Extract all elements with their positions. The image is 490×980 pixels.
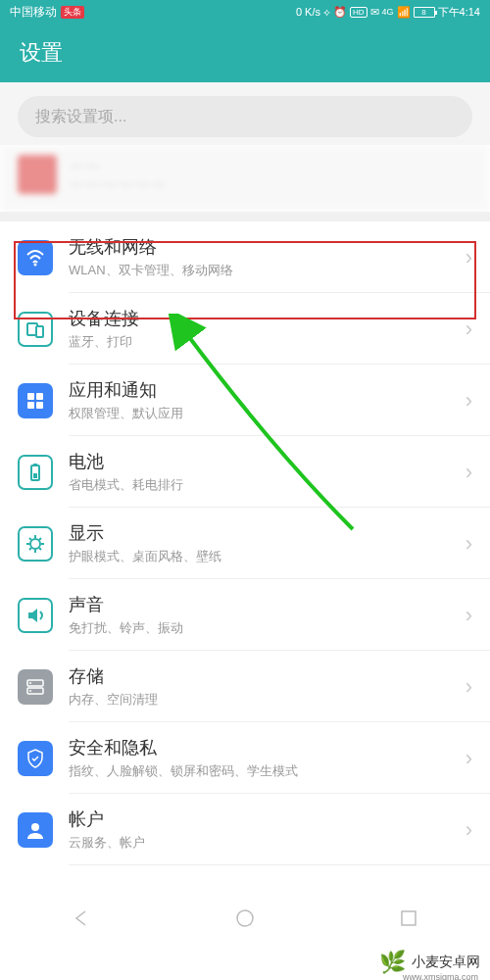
svg-point-0: [34, 263, 37, 266]
net-speed: 0 K/s: [296, 6, 320, 18]
avatar: [18, 155, 57, 194]
svg-rect-8: [33, 464, 37, 466]
chevron-right-icon: ›: [466, 460, 472, 485]
chevron-right-icon: ›: [466, 674, 472, 700]
svg-rect-6: [36, 402, 43, 409]
chevron-right-icon: ›: [466, 746, 472, 771]
item-subtitle: 内存、空间清理: [69, 691, 450, 709]
svg-point-13: [29, 682, 31, 684]
settings-item-storage[interactable]: 存储 内存、空间清理 ›: [0, 651, 490, 722]
apps-icon: [18, 383, 53, 418]
settings-item-apps[interactable]: 应用和通知 权限管理、默认应用 ›: [0, 365, 490, 436]
chevron-right-icon: ›: [466, 603, 472, 628]
sound-icon: [18, 598, 53, 633]
carrier-label: 中国移动: [10, 4, 57, 21]
nav-recent-button[interactable]: [397, 906, 420, 930]
search-area: 搜索设置项...: [0, 82, 490, 145]
search-input[interactable]: 搜索设置项...: [18, 96, 472, 137]
chevron-right-icon: ›: [466, 531, 472, 557]
page-title: 设置: [20, 38, 63, 68]
settings-item-sound[interactable]: 声音 免打扰、铃声、振动 ›: [0, 579, 490, 651]
settings-item-security[interactable]: 安全和隐私 指纹、人脸解锁、锁屏和密码、学生模式 ›: [0, 722, 490, 794]
chevron-right-icon: ›: [466, 317, 472, 342]
signal-gen: 4G: [382, 7, 394, 17]
chevron-right-icon: ›: [466, 388, 472, 414]
item-title: 电池: [69, 450, 450, 473]
item-subtitle: 护眼模式、桌面风格、壁纸: [69, 548, 450, 565]
settings-item-wifi[interactable]: 无线和网络 WLAN、双卡管理、移动网络 ›: [0, 221, 490, 293]
hd-icon: HD: [350, 7, 368, 18]
svg-rect-9: [33, 473, 37, 478]
svg-rect-4: [36, 393, 43, 400]
svg-point-15: [31, 823, 39, 831]
svg-rect-5: [27, 402, 34, 409]
item-subtitle: 云服务、帐户: [69, 834, 450, 852]
item-title: 存储: [69, 664, 450, 688]
profile-text: — —— — — — — —: [71, 156, 165, 194]
account-icon: [18, 812, 53, 848]
chevron-right-icon: ›: [466, 245, 472, 270]
svg-rect-2: [36, 326, 43, 337]
item-subtitle: 权限管理、默认应用: [69, 405, 450, 422]
nav-bar: [0, 896, 490, 941]
battery-icon: [18, 455, 53, 490]
item-subtitle: 蓝牙、打印: [69, 333, 450, 351]
chevron-right-icon: ›: [466, 817, 472, 843]
watermark-url: www.xmsigma.com: [403, 972, 478, 980]
device-icon: [18, 312, 53, 347]
settings-item-account[interactable]: 帐户 云服务、帐户 ›: [0, 794, 490, 865]
watermark-text: 小麦安卓网: [412, 954, 480, 971]
alarm-icon: ⏰: [333, 6, 347, 19]
battery-icon: 8: [414, 7, 435, 18]
bluetooth-icon: ⟡: [323, 6, 330, 19]
volte-icon: ✉: [370, 6, 379, 19]
watermark-logo-icon: 🌿: [379, 950, 406, 975]
page-title-bar: 设置: [0, 24, 490, 82]
security-icon: [18, 741, 53, 776]
svg-rect-3: [27, 393, 34, 400]
item-subtitle: 省电模式、耗电排行: [69, 476, 450, 494]
item-subtitle: 免打扰、铃声、振动: [69, 619, 450, 637]
settings-item-device[interactable]: 设备连接 蓝牙、打印 ›: [0, 293, 490, 365]
nav-home-button[interactable]: [233, 906, 257, 930]
settings-item-battery[interactable]: 电池 省电模式、耗电排行 ›: [0, 436, 490, 508]
item-title: 帐户: [69, 808, 450, 831]
item-title: 安全和隐私: [69, 736, 450, 760]
item-title: 无线和网络: [69, 235, 450, 259]
display-icon: [18, 526, 53, 562]
storage-icon: [18, 669, 53, 705]
profile-card[interactable]: — —— — — — — —: [0, 145, 490, 212]
signal-icon: 📶: [397, 6, 411, 19]
svg-rect-17: [402, 911, 416, 925]
item-title: 声音: [69, 593, 450, 616]
item-subtitle: 指纹、人脸解锁、锁屏和密码、学生模式: [69, 762, 450, 780]
settings-list: 无线和网络 WLAN、双卡管理、移动网络 › 设备连接 蓝牙、打印 › 应用和通…: [0, 221, 490, 865]
svg-point-14: [29, 690, 31, 692]
nav-back-button[interactable]: [70, 906, 93, 930]
svg-point-10: [30, 539, 40, 549]
clock: 下午4:14: [438, 5, 480, 20]
settings-item-display[interactable]: 显示 护眼模式、桌面风格、壁纸 ›: [0, 508, 490, 579]
toutiao-badge: 头条: [61, 6, 84, 19]
status-bar: 中国移动 头条 0 K/s ⟡ ⏰ HD ✉ 4G 📶 8 下午4:14: [0, 0, 490, 24]
item-title: 应用和通知: [69, 378, 450, 402]
item-title: 设备连接: [69, 307, 450, 330]
item-title: 显示: [69, 521, 450, 545]
item-subtitle: WLAN、双卡管理、移动网络: [69, 262, 450, 279]
wifi-icon: [18, 240, 53, 275]
search-placeholder: 搜索设置项...: [35, 107, 126, 127]
svg-point-16: [237, 910, 253, 926]
divider: [0, 212, 490, 221]
